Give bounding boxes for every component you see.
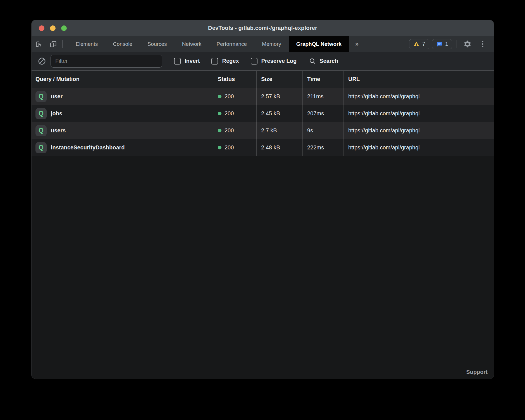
request-row[interactable]: Q user 200 2.57 kB 211ms https://gitlab.…: [32, 88, 494, 105]
query-type-badge: Q: [35, 142, 47, 153]
query-type-badge: Q: [35, 91, 47, 102]
more-tabs-button[interactable]: »: [349, 36, 365, 52]
status-code: 200: [225, 110, 234, 117]
tab-performance[interactable]: Performance: [209, 36, 254, 52]
query-type-badge: Q: [35, 108, 47, 119]
size-value: 2.48 kB: [256, 139, 302, 156]
request-url: https://gitlab.com/api/graphql: [343, 88, 494, 105]
checkbox-label: Invert: [185, 58, 200, 64]
warning-icon: [413, 41, 420, 47]
more-options-button[interactable]: [476, 38, 489, 50]
window-title: DevTools - gitlab.com/-/graphql-explorer: [208, 25, 317, 31]
tab-graphql-network[interactable]: GraphQL Network: [289, 36, 349, 52]
status-code: 200: [225, 127, 234, 134]
checkbox-label: Preserve Log: [261, 58, 297, 64]
time-value: 222ms: [302, 139, 343, 156]
issues-count: 1: [445, 41, 448, 47]
clear-filter-icon[interactable]: [38, 57, 46, 65]
status-code: 200: [225, 144, 234, 151]
title-bar: DevTools - gitlab.com/-/graphql-explorer: [32, 20, 494, 36]
time-value: 9s: [302, 122, 343, 139]
checkbox-box: [251, 58, 257, 65]
checkbox-box: [211, 58, 218, 65]
gear-icon: [463, 40, 472, 48]
warning-count: 7: [422, 41, 425, 47]
regex-checkbox[interactable]: Regex: [211, 58, 239, 65]
request-row[interactable]: Q instanceSecurityDashboard 200 2.48 kB …: [32, 139, 494, 156]
filter-toolbar: Invert Regex Preserve Log Search: [32, 52, 494, 71]
status-code: 200: [225, 93, 234, 100]
status-dot: [218, 129, 221, 132]
message-icon: [436, 41, 443, 47]
column-header-time[interactable]: Time: [302, 71, 343, 88]
search-icon: [309, 58, 316, 65]
toolbar-separator: [62, 40, 63, 48]
close-window-button[interactable]: [39, 25, 44, 31]
tab-bar-right-controls: 7 1: [409, 36, 494, 52]
query-type-badge: Q: [35, 125, 47, 136]
requests-table-body: Q user 200 2.57 kB 211ms https://gitlab.…: [32, 88, 494, 156]
controls-separator: [457, 40, 457, 48]
filter-input[interactable]: [51, 55, 162, 68]
tab-strip: ElementsConsoleSourcesNetworkPerformance…: [68, 36, 349, 52]
devtools-tab-bar: ElementsConsoleSourcesNetworkPerformance…: [32, 36, 494, 52]
tab-memory[interactable]: Memory: [254, 36, 289, 52]
minimize-window-button[interactable]: [50, 25, 56, 31]
query-name: user: [51, 93, 63, 100]
tab-elements[interactable]: Elements: [68, 36, 105, 52]
status-dot: [218, 95, 221, 98]
status-dot: [218, 112, 221, 115]
warnings-button[interactable]: 7: [409, 39, 429, 49]
checkbox-label: Regex: [222, 58, 239, 64]
kebab-icon: [482, 41, 483, 47]
request-url: https://gitlab.com/api/graphql: [343, 105, 494, 122]
column-header-status[interactable]: Status: [213, 71, 256, 88]
toggle-device-toolbar-button[interactable]: [46, 36, 61, 52]
request-url: https://gitlab.com/api/graphql: [343, 122, 494, 139]
requests-table-header: Query / Mutation Status Size Time URL: [32, 71, 494, 88]
zoom-window-button[interactable]: [61, 25, 67, 31]
checkbox-box: [174, 58, 181, 65]
devtools-window: DevTools - gitlab.com/-/graphql-explorer…: [32, 20, 494, 379]
support-link[interactable]: Support: [466, 369, 488, 375]
device-toolbar-icon: [49, 40, 57, 48]
size-value: 2.45 kB: [256, 105, 302, 122]
preserve-log-checkbox[interactable]: Preserve Log: [251, 58, 297, 65]
query-name: jobs: [51, 110, 62, 117]
issues-button[interactable]: 1: [432, 39, 452, 49]
tab-sources[interactable]: Sources: [140, 36, 175, 52]
column-header-url[interactable]: URL: [343, 71, 494, 88]
request-row[interactable]: Q jobs 200 2.45 kB 207ms https://gitlab.…: [32, 105, 494, 122]
inspect-element-button[interactable]: [32, 36, 46, 52]
search-label: Search: [319, 58, 338, 64]
size-value: 2.7 kB: [256, 122, 302, 139]
traffic-lights: [39, 25, 67, 31]
column-header-query-mutation[interactable]: Query / Mutation: [32, 71, 213, 88]
search-button[interactable]: Search: [309, 58, 338, 65]
time-value: 207ms: [302, 105, 343, 122]
status-dot: [218, 146, 221, 149]
tab-network[interactable]: Network: [175, 36, 209, 52]
size-value: 2.57 kB: [256, 88, 302, 105]
request-row[interactable]: Q users 200 2.7 kB 9s https://gitlab.com…: [32, 122, 494, 139]
invert-checkbox[interactable]: Invert: [174, 58, 200, 65]
query-name: instanceSecurityDashboard: [51, 144, 125, 151]
request-url: https://gitlab.com/api/graphql: [343, 139, 494, 156]
settings-button[interactable]: [461, 38, 474, 50]
tab-console[interactable]: Console: [105, 36, 140, 52]
query-name: users: [51, 127, 66, 134]
column-header-size[interactable]: Size: [256, 71, 302, 88]
time-value: 211ms: [302, 88, 343, 105]
inspect-icon: [35, 40, 43, 48]
